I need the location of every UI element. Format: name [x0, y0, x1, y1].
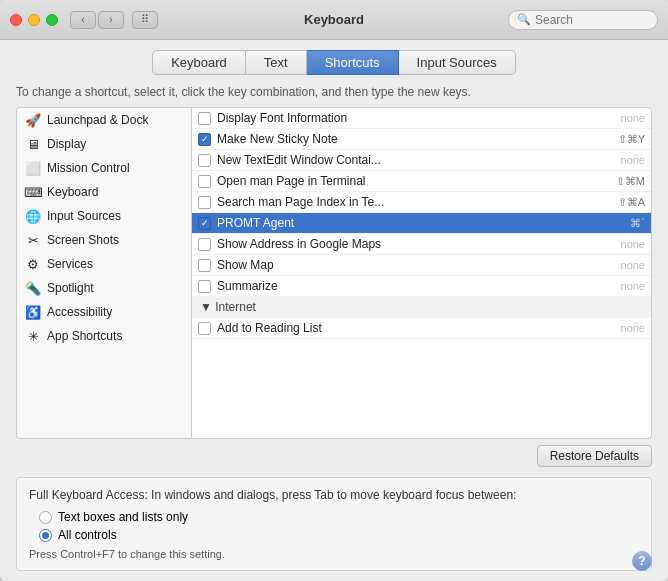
shortcut-checkbox-5[interactable] — [198, 217, 211, 230]
shortcut-item-6[interactable]: Show Address in Google Maps none — [192, 234, 651, 255]
shortcut-checkbox-0[interactable] — [198, 112, 211, 125]
shortcut-item-8[interactable]: Summarize none — [192, 276, 651, 297]
content-area: Keyboard Text Shortcuts Input Sources To… — [0, 40, 668, 581]
tab-input-sources[interactable]: Input Sources — [399, 50, 516, 75]
help-icon[interactable]: ? — [632, 551, 652, 571]
shortcut-key-4: ⇧⌘A — [618, 196, 645, 209]
sidebar-item-keyboard[interactable]: ⌨ Keyboard — [17, 180, 191, 204]
radio-circle-text-boxes[interactable] — [39, 511, 52, 524]
shortcut-checkbox-1[interactable] — [198, 133, 211, 146]
display-icon: 🖥 — [25, 136, 41, 152]
radio-label-all-controls: All controls — [58, 528, 117, 542]
shortcut-key-5: ⌘` — [630, 217, 645, 230]
main-area: 🚀 Launchpad & Dock 🖥 Display ⬜ Mission C… — [16, 107, 652, 439]
input-sources-icon: 🌐 — [25, 208, 41, 224]
tab-shortcuts[interactable]: Shortcuts — [307, 50, 399, 75]
sidebar-item-services[interactable]: ⚙ Services — [17, 252, 191, 276]
shortcut-item-10[interactable]: Add to Reading List none — [192, 318, 651, 339]
sidebar-item-screenshots[interactable]: ✂ Screen Shots — [17, 228, 191, 252]
grid-button[interactable]: ⠿ — [132, 11, 158, 29]
ctrl-note: Press Control+F7 to change this setting. — [29, 548, 639, 560]
shortcut-item-5[interactable]: PROMT Agent ⌘` — [192, 213, 651, 234]
shortcut-name-3: Open man Page in Terminal — [217, 174, 610, 188]
app-shortcuts-icon: ✳ — [25, 328, 41, 344]
window: ‹ › ⠿ Keyboard 🔍 Keyboard Text Shortcuts… — [0, 0, 668, 581]
shortcut-checkbox-6[interactable] — [198, 238, 211, 251]
accessibility-icon: ♿ — [25, 304, 41, 320]
titlebar: ‹ › ⠿ Keyboard 🔍 — [0, 0, 668, 40]
shortcut-key-3: ⇧⌘M — [616, 175, 645, 188]
shortcut-checkbox-7[interactable] — [198, 259, 211, 272]
sidebar-item-spotlight[interactable]: 🔦 Spotlight — [17, 276, 191, 300]
sidebar-label-services: Services — [47, 257, 93, 271]
radio-group: Text boxes and lists only All controls — [39, 510, 639, 542]
spotlight-icon: 🔦 — [25, 280, 41, 296]
sidebar-item-input-sources[interactable]: 🌐 Input Sources — [17, 204, 191, 228]
tab-text[interactable]: Text — [246, 50, 307, 75]
shortcut-key-0: none — [621, 112, 645, 124]
full-keyboard-access-section: Full Keyboard Access: In windows and dia… — [16, 477, 652, 571]
section-label-internet: ▼ Internet — [200, 300, 256, 314]
shortcut-checkbox-3[interactable] — [198, 175, 211, 188]
sidebar-item-app-shortcuts[interactable]: ✳ App Shortcuts — [17, 324, 191, 348]
sidebar-item-accessibility[interactable]: ♿ Accessibility — [17, 300, 191, 324]
shortcut-name-7: Show Map — [217, 258, 615, 272]
restore-row: Restore Defaults — [16, 445, 652, 467]
shortcut-name-5: PROMT Agent — [217, 216, 624, 230]
instruction-text: To change a shortcut, select it, click t… — [16, 85, 652, 99]
shortcut-item-0[interactable]: Display Font Information none — [192, 108, 651, 129]
back-button[interactable]: ‹ — [70, 11, 96, 29]
shortcut-item-2[interactable]: New TextEdit Window Contai... none — [192, 150, 651, 171]
sidebar-label-launchpad: Launchpad & Dock — [47, 113, 148, 127]
services-icon: ⚙ — [25, 256, 41, 272]
shortcut-list: Display Font Information none Make New S… — [191, 107, 652, 439]
shortcut-name-2: New TextEdit Window Contai... — [217, 153, 615, 167]
traffic-lights — [10, 14, 58, 26]
radio-label-text-boxes: Text boxes and lists only — [58, 510, 188, 524]
sidebar-label-keyboard: Keyboard — [47, 185, 98, 199]
sidebar-item-launchpad[interactable]: 🚀 Launchpad & Dock — [17, 108, 191, 132]
forward-button[interactable]: › — [98, 11, 124, 29]
sidebar-label-accessibility: Accessibility — [47, 305, 112, 319]
shortcut-name-0: Display Font Information — [217, 111, 615, 125]
shortcut-name-1: Make New Sticky Note — [217, 132, 612, 146]
radio-text-boxes[interactable]: Text boxes and lists only — [39, 510, 639, 524]
shortcut-checkbox-2[interactable] — [198, 154, 211, 167]
shortcut-key-7: none — [621, 259, 645, 271]
tab-keyboard[interactable]: Keyboard — [152, 50, 246, 75]
sidebar-item-mission-control[interactable]: ⬜ Mission Control — [17, 156, 191, 180]
search-input[interactable] — [535, 13, 649, 27]
sidebar: 🚀 Launchpad & Dock 🖥 Display ⬜ Mission C… — [16, 107, 191, 439]
shortcut-key-2: none — [621, 154, 645, 166]
close-button[interactable] — [10, 14, 22, 26]
shortcut-name-6: Show Address in Google Maps — [217, 237, 615, 251]
shortcut-checkbox-10[interactable] — [198, 322, 211, 335]
minimize-button[interactable] — [28, 14, 40, 26]
shortcut-checkbox-4[interactable] — [198, 196, 211, 209]
shortcut-item-1[interactable]: Make New Sticky Note ⇧⌘Y — [192, 129, 651, 150]
shortcut-name-10: Add to Reading List — [217, 321, 615, 335]
sidebar-label-app-shortcuts: App Shortcuts — [47, 329, 122, 343]
keyboard-icon: ⌨ — [25, 184, 41, 200]
nav-buttons: ‹ › — [70, 11, 124, 29]
shortcut-section-internet: ▼ Internet — [192, 297, 651, 318]
shortcut-item-7[interactable]: Show Map none — [192, 255, 651, 276]
maximize-button[interactable] — [46, 14, 58, 26]
mission-control-icon: ⬜ — [25, 160, 41, 176]
shortcut-key-10: none — [621, 322, 645, 334]
sidebar-item-display[interactable]: 🖥 Display — [17, 132, 191, 156]
search-box[interactable]: 🔍 — [508, 10, 658, 30]
shortcut-item-4[interactable]: Search man Page Index in Te... ⇧⌘A — [192, 192, 651, 213]
search-icon: 🔍 — [517, 13, 531, 26]
shortcut-checkbox-8[interactable] — [198, 280, 211, 293]
radio-circle-all-controls[interactable] — [39, 529, 52, 542]
radio-all-controls[interactable]: All controls — [39, 528, 639, 542]
sidebar-label-input-sources: Input Sources — [47, 209, 121, 223]
sidebar-label-spotlight: Spotlight — [47, 281, 94, 295]
shortcut-key-6: none — [621, 238, 645, 250]
shortcut-key-1: ⇧⌘Y — [618, 133, 645, 146]
tabs-bar: Keyboard Text Shortcuts Input Sources — [16, 50, 652, 75]
restore-defaults-button[interactable]: Restore Defaults — [537, 445, 652, 467]
sidebar-label-display: Display — [47, 137, 86, 151]
shortcut-item-3[interactable]: Open man Page in Terminal ⇧⌘M — [192, 171, 651, 192]
